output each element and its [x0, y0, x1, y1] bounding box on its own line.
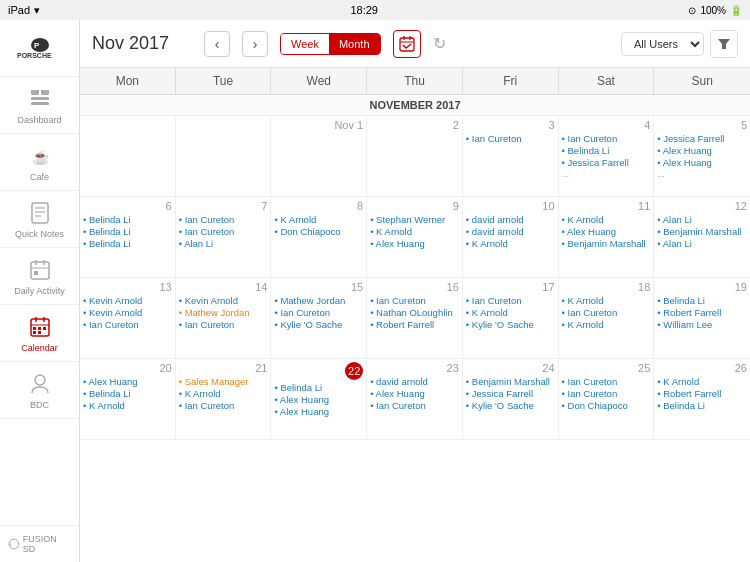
sidebar-item-dailyactivity[interactable]: Daily Activity: [0, 248, 79, 305]
calendar-event[interactable]: • Alex Huang: [370, 238, 459, 249]
calendar-event[interactable]: • Robert Farrell: [657, 307, 747, 318]
calendar-event[interactable]: • Ian Cureton: [562, 133, 651, 144]
user-filter-select[interactable]: All Users: [621, 32, 704, 56]
sidebar-item-quicknotes[interactable]: Quick Notes: [0, 191, 79, 248]
calendar-event[interactable]: • Belinda Li: [83, 238, 172, 249]
calendar-event[interactable]: • Kevin Arnold: [179, 295, 268, 306]
day-header-mon: Mon: [80, 68, 176, 94]
calendar-event[interactable]: • Nathan OLoughlin: [370, 307, 459, 318]
calendar-event[interactable]: • K Arnold: [83, 400, 172, 411]
calendar-event[interactable]: • Benjamin Marshall: [562, 238, 651, 249]
day-number: 3: [466, 119, 555, 131]
svg-text:P: P: [34, 41, 40, 50]
calendar-event[interactable]: • david arnold: [466, 214, 555, 225]
month-view-button[interactable]: Month: [329, 34, 380, 54]
sidebar-item-calendar[interactable]: Calendar: [0, 305, 79, 362]
calendar-event[interactable]: • K Arnold: [274, 214, 363, 225]
calendar-event[interactable]: • Jessica Farrell: [657, 133, 747, 144]
calendar-event[interactable]: • William Lee: [657, 319, 747, 330]
calendar-event[interactable]: • Alex Huang: [562, 226, 651, 237]
calendar-event[interactable]: • K Arnold: [466, 238, 555, 249]
calendar-event[interactable]: • Jessica Farrell: [466, 388, 555, 399]
calendar-event[interactable]: • Ian Cureton: [179, 226, 268, 237]
calendar-event[interactable]: • Alex Huang: [370, 388, 459, 399]
calendar-event[interactable]: • Stephan Werner: [370, 214, 459, 225]
calendar-event[interactable]: • Belinda Li: [83, 214, 172, 225]
calendar-day: 25• Ian Cureton• Ian Cureton• Don Chiapo…: [559, 359, 655, 439]
sidebar-item-cafe[interactable]: ☕ Cafe: [0, 134, 79, 191]
calendar-event[interactable]: • Kevin Arnold: [83, 295, 172, 306]
calendar-event[interactable]: • Benjamin Marshall: [657, 226, 747, 237]
calendar-event[interactable]: • david arnold: [466, 226, 555, 237]
calendar-event[interactable]: • david arnold: [370, 376, 459, 387]
calendar-event[interactable]: • Alex Huang: [83, 376, 172, 387]
week-view-button[interactable]: Week: [281, 34, 329, 54]
calendar-event[interactable]: • Belinda Li: [657, 400, 747, 411]
calendar-event[interactable]: • Ian Cureton: [179, 319, 268, 330]
calendar-event[interactable]: • Alex Huang: [274, 406, 363, 417]
calendar-event[interactable]: • Belinda Li: [83, 226, 172, 237]
calendar-event[interactable]: • Alex Huang: [274, 394, 363, 405]
view-toggle: Week Month: [280, 33, 381, 55]
sidebar-item-dashboard[interactable]: Dashboard: [0, 77, 79, 134]
calendar-event[interactable]: • Mathew Jordan: [179, 307, 268, 318]
calendar-event[interactable]: • K Arnold: [179, 388, 268, 399]
calendar-picker-icon[interactable]: [393, 30, 421, 58]
calendar-event[interactable]: • Ian Cureton: [370, 295, 459, 306]
sidebar-item-bdc[interactable]: BDC: [0, 362, 79, 419]
calendar-event[interactable]: • Alex Huang: [657, 145, 747, 156]
calendar-day: 8• K Arnold• Don Chiapoco: [271, 197, 367, 277]
calendar-day: 14• Kevin Arnold• Mathew Jordan• Ian Cur…: [176, 278, 272, 358]
main-content: Nov 2017 ‹ › Week Month ↻ All Users Mo: [80, 20, 750, 562]
calendar-event[interactable]: • Belinda Li: [274, 382, 363, 393]
prev-month-button[interactable]: ‹: [204, 31, 230, 57]
refresh-button[interactable]: ↻: [433, 34, 446, 53]
calendar-event[interactable]: • Belinda Li: [562, 145, 651, 156]
calendar-event[interactable]: • Mathew Jordan: [274, 295, 363, 306]
more-events[interactable]: ...: [657, 169, 747, 179]
calendar-event[interactable]: • Belinda Li: [657, 295, 747, 306]
calendar-event[interactable]: • Sales Manager: [179, 376, 268, 387]
calendar-event[interactable]: • Jessica Farrell: [562, 157, 651, 168]
calendar-event[interactable]: • Ian Cureton: [83, 319, 172, 330]
calendar-event[interactable]: • Alex Huang: [657, 157, 747, 168]
calendar-event[interactable]: • K Arnold: [370, 226, 459, 237]
calendar-event[interactable]: • Alan Li: [657, 214, 747, 225]
calendar-event[interactable]: • K Arnold: [562, 295, 651, 306]
calendar-event[interactable]: • Robert Farrell: [657, 388, 747, 399]
calendar-event[interactable]: • Belinda Li: [83, 388, 172, 399]
calendar-event[interactable]: • Kylie 'O Sache: [466, 400, 555, 411]
calendar-event[interactable]: • Ian Cureton: [466, 133, 555, 144]
calendar-event[interactable]: • K Arnold: [657, 376, 747, 387]
calendar-event[interactable]: • Don Chiapoco: [274, 226, 363, 237]
day-number: 4: [562, 119, 651, 131]
calendar-event[interactable]: • Benjamin Marshall: [466, 376, 555, 387]
svg-rect-4: [41, 90, 49, 95]
calendar-event[interactable]: • Robert Farrell: [370, 319, 459, 330]
calendar-event[interactable]: • Kevin Arnold: [83, 307, 172, 318]
calendar-event[interactable]: • Ian Cureton: [562, 307, 651, 318]
calendar-day: 23• david arnold• Alex Huang• Ian Cureto…: [367, 359, 463, 439]
more-events[interactable]: ...: [562, 169, 651, 179]
calendar-event[interactable]: • Ian Cureton: [179, 400, 268, 411]
day-number: 19: [657, 281, 747, 293]
calendar-event[interactable]: • Ian Cureton: [274, 307, 363, 318]
calendar-event[interactable]: • Don Chiapoco: [562, 400, 651, 411]
wifi-status-icon: ⊙: [688, 5, 696, 16]
calendar-event[interactable]: • Kylie 'O Sache: [466, 319, 555, 330]
calendar-event[interactable]: • Alan Li: [657, 238, 747, 249]
calendar-event[interactable]: • Kylie 'O Sache: [274, 319, 363, 330]
svg-rect-5: [31, 97, 49, 100]
calendar-event[interactable]: • Alan Li: [179, 238, 268, 249]
calendar-event[interactable]: • K Arnold: [466, 307, 555, 318]
calendar-event[interactable]: • Ian Cureton: [562, 376, 651, 387]
calendar-event[interactable]: • Ian Cureton: [466, 295, 555, 306]
calendar-event[interactable]: • K Arnold: [562, 319, 651, 330]
calendar-event[interactable]: • Ian Cureton: [179, 214, 268, 225]
filter-button[interactable]: [710, 30, 738, 58]
calendar-event[interactable]: • K Arnold: [562, 214, 651, 225]
calendar-event[interactable]: • Ian Cureton: [562, 388, 651, 399]
calendar-event[interactable]: • Ian Cureton: [370, 400, 459, 411]
svg-text:☕: ☕: [32, 149, 50, 166]
next-month-button[interactable]: ›: [242, 31, 268, 57]
